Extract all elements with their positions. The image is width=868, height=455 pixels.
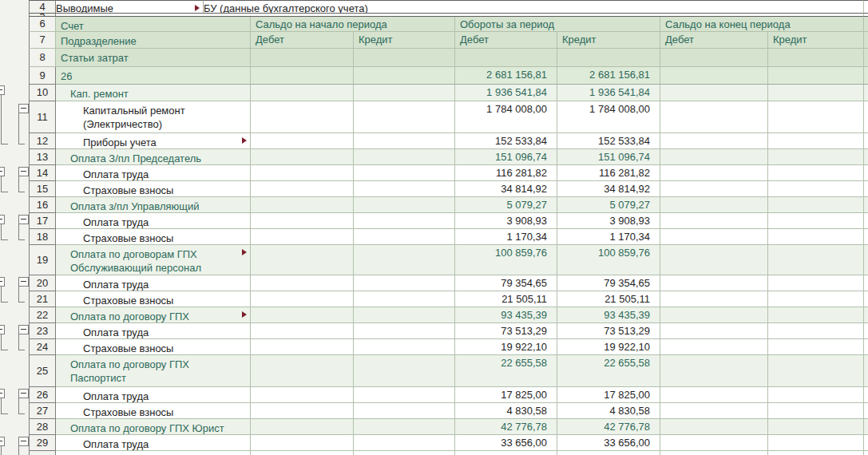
row-number-cell[interactable]: 23 (29, 323, 56, 339)
turnover-debit-cell[interactable]: 79 354,65 (455, 275, 557, 291)
saldo-start-debit-cell[interactable] (251, 339, 354, 355)
saldo-end-credit-cell[interactable] (768, 229, 864, 245)
label-cell[interactable]: Оплата труда (56, 165, 251, 181)
saldo-end-credit-cell[interactable] (768, 451, 864, 455)
saldo-end-credit-cell[interactable] (768, 323, 864, 339)
empty-cell[interactable] (455, 49, 557, 67)
label-cell[interactable]: Приборы учета (56, 133, 251, 149)
outline-collapse-button[interactable] (0, 389, 5, 398)
saldo-start-debit-cell[interactable] (251, 355, 354, 387)
label-cell[interactable]: Оплата по договорам ГПХ Обслуживающий пе… (56, 245, 251, 275)
turnover-debit-cell[interactable]: 73 513,29 (455, 323, 557, 339)
row-number-cell[interactable]: 8 (29, 49, 56, 67)
saldo-start-debit-cell[interactable] (251, 197, 354, 213)
row-number-cell[interactable]: 27 (29, 403, 56, 419)
saldo-end-credit-cell[interactable] (768, 133, 864, 149)
saldo-start-credit-cell[interactable] (354, 291, 455, 307)
header-debit-cell[interactable]: Дебет (251, 32, 354, 49)
saldo-end-credit-cell[interactable] (768, 403, 864, 419)
turnover-debit-cell[interactable]: 1 784 008,00 (455, 101, 557, 133)
saldo-end-debit-cell[interactable] (660, 435, 768, 451)
label-cell[interactable]: Оплата по договору ГПХ (56, 307, 251, 323)
saldo-start-credit-cell[interactable] (354, 323, 455, 339)
saldo-start-debit-cell[interactable] (251, 387, 354, 403)
turnover-credit-cell[interactable]: 116 281,82 (557, 165, 660, 181)
saldo-end-debit-cell[interactable] (660, 275, 768, 291)
saldo-start-credit-cell[interactable] (354, 307, 455, 323)
empty-cell[interactable] (354, 49, 455, 67)
saldo-start-debit-cell[interactable] (251, 181, 354, 197)
empty-cell[interactable] (660, 49, 768, 67)
turnover-credit-cell[interactable]: 19 922,10 (557, 339, 660, 355)
header-saldo-start-cell[interactable]: Сальдо на начало периода (251, 17, 455, 32)
outline-collapse-button[interactable] (18, 437, 29, 446)
saldo-end-debit-cell[interactable] (660, 419, 768, 435)
row-number-cell[interactable]: 18 (29, 229, 56, 245)
saldo-end-debit-cell[interactable] (660, 165, 768, 181)
saldo-end-debit-cell[interactable] (660, 197, 768, 213)
saldo-start-debit-cell[interactable] (251, 291, 354, 307)
saldo-end-debit-cell[interactable] (660, 339, 768, 355)
saldo-end-credit-cell[interactable] (768, 307, 864, 323)
turnover-debit-cell[interactable]: 1 936 541,84 (455, 85, 557, 101)
outline-collapse-button[interactable] (18, 215, 29, 224)
turnover-credit-cell[interactable]: 2 681 156,81 (557, 67, 660, 85)
label-cell[interactable]: Страховые взносы (56, 181, 251, 197)
saldo-start-credit-cell[interactable] (354, 85, 455, 101)
row-number-cell[interactable]: 26 (29, 387, 56, 403)
filter-value-cell[interactable]: БУ (данные бухгалтерского учета) (204, 0, 864, 14)
row-number-cell[interactable]: 29 (29, 435, 56, 451)
label-cell[interactable]: Оплата з/пл Управляющий (56, 197, 251, 213)
saldo-start-credit-cell[interactable] (354, 149, 455, 165)
row-number-cell[interactable]: 9 (29, 67, 56, 85)
turnover-debit-cell[interactable]: 9 120,78 (455, 451, 557, 455)
outline-collapse-button[interactable] (18, 389, 29, 398)
saldo-end-debit-cell[interactable] (660, 133, 768, 149)
empty-cell[interactable] (557, 49, 660, 67)
row-number-cell[interactable]: 6 (29, 17, 56, 32)
saldo-end-debit-cell[interactable] (660, 291, 768, 307)
saldo-start-debit-cell[interactable] (251, 165, 354, 181)
outline-collapse-button[interactable] (0, 325, 5, 334)
outline-collapse-button[interactable] (0, 437, 5, 446)
saldo-start-credit-cell[interactable] (354, 197, 455, 213)
header-debit-cell[interactable]: Дебет (455, 32, 557, 49)
saldo-start-debit-cell[interactable] (251, 323, 354, 339)
saldo-start-credit-cell[interactable] (354, 419, 455, 435)
turnover-credit-cell[interactable]: 22 655,58 (557, 355, 660, 387)
label-cell[interactable]: Оплата труда (56, 435, 251, 451)
outline-collapse-button[interactable] (18, 167, 29, 176)
saldo-end-debit-cell[interactable] (660, 229, 768, 245)
label-cell[interactable]: Оплата З/пл Председатель (56, 149, 251, 165)
saldo-end-credit-cell[interactable] (768, 213, 864, 229)
turnover-credit-cell[interactable]: 1 936 541,84 (557, 85, 660, 101)
saldo-start-credit-cell[interactable] (354, 435, 455, 451)
turnover-credit-cell[interactable]: 9 120,78 (557, 451, 660, 455)
empty-cell[interactable] (768, 49, 864, 67)
saldo-start-debit-cell[interactable] (251, 451, 354, 455)
turnover-credit-cell[interactable]: 4 830,58 (557, 403, 660, 419)
header-department-cell[interactable]: Подразделение (56, 32, 251, 49)
saldo-end-credit-cell[interactable] (768, 339, 864, 355)
empty-cell[interactable] (251, 49, 354, 67)
saldo-end-credit-cell[interactable] (768, 181, 864, 197)
saldo-end-debit-cell[interactable] (660, 67, 768, 85)
row-number-cell[interactable]: 14 (29, 165, 56, 181)
saldo-start-debit-cell[interactable] (251, 67, 354, 85)
row-number-cell[interactable]: 19 (29, 245, 56, 275)
turnover-debit-cell[interactable]: 34 814,92 (455, 181, 557, 197)
label-cell[interactable]: Капитальный ремонт (Электричество) (56, 101, 251, 133)
outline-collapse-button[interactable] (0, 167, 5, 176)
saldo-start-credit-cell[interactable] (354, 355, 455, 387)
saldo-start-credit-cell[interactable] (354, 181, 455, 197)
turnover-credit-cell[interactable]: 3 908,93 (557, 213, 660, 229)
turnover-debit-cell[interactable]: 93 435,39 (455, 307, 557, 323)
turnover-debit-cell[interactable]: 22 655,58 (455, 355, 557, 387)
turnover-credit-cell[interactable]: 93 435,39 (557, 307, 660, 323)
row-number-cell[interactable]: 4 (29, 0, 56, 14)
saldo-end-credit-cell[interactable] (768, 85, 864, 101)
label-cell[interactable]: Оплата труда (56, 387, 251, 403)
outline-collapse-button[interactable] (0, 85, 5, 95)
row-number-cell[interactable]: 30 (29, 451, 56, 455)
turnover-credit-cell[interactable]: 151 096,74 (557, 149, 660, 165)
